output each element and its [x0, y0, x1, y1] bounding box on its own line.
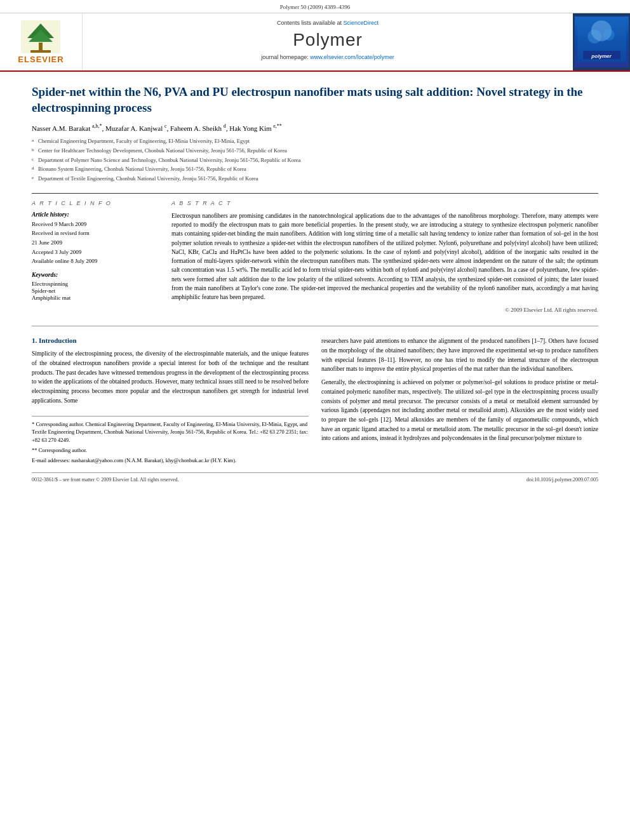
intro-right-col: researchers have paid attentions to enha…	[321, 337, 598, 466]
affiliation-b: b Center for Healthcare Technology Devel…	[32, 147, 598, 155]
bottom-right-doi: doi:10.1016/j.polymer.2009.07.005	[526, 477, 598, 483]
affiliation-e: e Department of Textile Engineering, Cho…	[32, 175, 598, 183]
journal-name-banner: Polymer	[293, 30, 363, 50]
elsevier-logo: ELSEVIER	[18, 20, 64, 64]
intro-right-text: researchers have paid attentions to enha…	[321, 337, 598, 443]
footnote-star: * Corresponding author. Chemical Enginee…	[32, 420, 309, 444]
authors-line: Nasser A.M. Barakat a,b,*, Muzafar A. Ka…	[32, 123, 598, 132]
keywords-title: Keywords:	[32, 272, 159, 278]
svg-text:polymer: polymer	[591, 53, 612, 59]
elsevier-logo-area: ELSEVIER	[0, 13, 83, 70]
svg-point-7	[587, 30, 601, 44]
svg-rect-1	[39, 43, 43, 51]
intro-para-2: researchers have paid attentions to enha…	[321, 337, 598, 374]
footnote-email: E-mail addresses: nasharakat@yahoo.com (…	[32, 457, 309, 465]
footnotes: * Corresponding author. Chemical Enginee…	[32, 416, 309, 465]
journal-header-center: Contents lists available at ScienceDirec…	[83, 13, 573, 70]
sciencedirect-line: Contents lists available at ScienceDirec…	[277, 20, 379, 26]
affiliation-a: a Chemical Engineering Department, Facul…	[32, 137, 598, 145]
history-online: Available online 8 July 2009	[32, 257, 159, 265]
homepage-url[interactable]: www.elsevier.com/locate/polymer	[310, 54, 394, 60]
copyright-line: © 2009 Elsevier Ltd. All rights reserved…	[171, 307, 598, 313]
affiliations: a Chemical Engineering Department, Facul…	[32, 137, 598, 183]
main-content: Spider-net within the N6, PVA and PU ele…	[0, 72, 630, 495]
homepage-line: journal homepage: www.elsevier.com/locat…	[261, 54, 394, 60]
history-title: Article history:	[32, 211, 159, 218]
intro-para-1: Simplicity of the electrospinning proces…	[32, 349, 309, 405]
journal-ref-text: Polymer 50 (2009) 4389–4396	[280, 4, 351, 10]
history-revised-label: Received in revised form	[32, 229, 159, 237]
homepage-prefix: journal homepage:	[261, 54, 310, 60]
keyword-2: Spider-net	[32, 288, 159, 294]
affiliation-c: c Department of Polymer Nano Science and…	[32, 156, 598, 164]
article-info-column: A R T I C L E I N F O Article history: R…	[32, 200, 159, 314]
keyword-3: Amphiphilic mat	[32, 295, 159, 301]
sciencedirect-prefix: Contents lists available at	[277, 20, 344, 26]
abstract-column: A B S T R A C T Electrospun nanofibers a…	[171, 200, 598, 314]
history-accepted: Accepted 3 July 2009	[32, 248, 159, 257]
svg-point-8	[603, 29, 614, 41]
intro-left-col: 1. Introduction Simplicity of the electr…	[32, 337, 309, 466]
section-divider	[32, 326, 598, 326]
polymer-cover: polymer	[575, 17, 629, 67]
bottom-left-text: 0032-3861/$ – see front matter © 2009 El…	[32, 477, 179, 483]
abstract-label: A B S T R A C T	[171, 200, 598, 206]
journal-header: ELSEVIER Contents lists available at Sci…	[0, 13, 630, 72]
abstract-text: Electrospun nanofibers are promising can…	[171, 211, 598, 302]
article-title: Spider-net within the N6, PVA and PU ele…	[32, 84, 598, 116]
elsevier-tree-icon	[21, 20, 60, 53]
top-reference: Polymer 50 (2009) 4389–4396	[0, 0, 630, 13]
svg-rect-4	[30, 50, 51, 53]
affiliation-d: d Bionano System Engineering, Chonbuk Na…	[32, 165, 598, 173]
cover-image-icon: polymer	[575, 17, 629, 62]
introduction-section: 1. Introduction Simplicity of the electr…	[32, 337, 598, 466]
bottom-bar: 0032-3861/$ – see front matter © 2009 El…	[32, 472, 598, 483]
polymer-cover-area: polymer	[573, 13, 630, 70]
keyword-1: Electrospinning	[32, 281, 159, 287]
intro-left-text: Simplicity of the electrospinning proces…	[32, 349, 309, 405]
article-info-label: A R T I C L E I N F O	[32, 200, 159, 206]
intro-para-3: Generally, the electrospinning is achiev…	[321, 378, 598, 443]
history-revised-date: 21 June 2009	[32, 239, 159, 247]
elsevier-wordmark: ELSEVIER	[18, 55, 64, 64]
introduction-heading: 1. Introduction	[32, 337, 309, 344]
footnote-double-star: ** Corresponding author.	[32, 446, 309, 455]
history-received: Received 9 March 2009	[32, 220, 159, 229]
sciencedirect-link[interactable]: ScienceDirect	[344, 20, 379, 26]
article-info-abstract-section: A R T I C L E I N F O Article history: R…	[32, 193, 598, 314]
